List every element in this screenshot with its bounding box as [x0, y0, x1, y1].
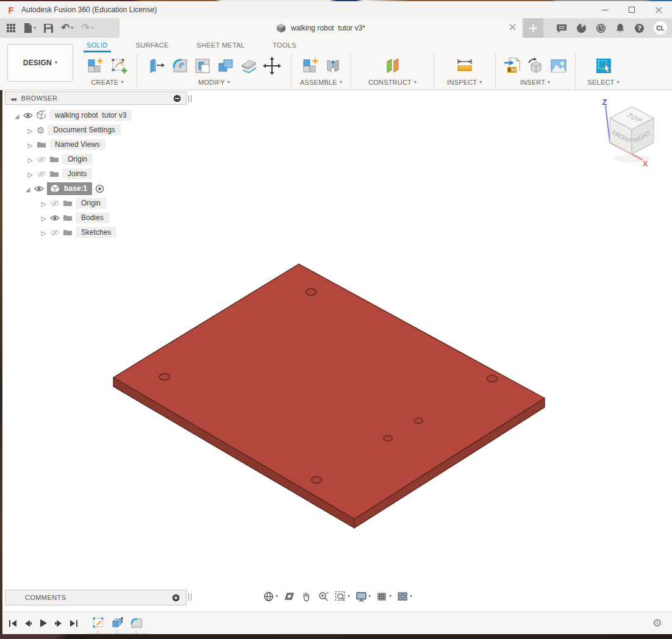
group-label-select[interactable]: SELECT [588, 79, 620, 86]
select-icon[interactable] [595, 57, 613, 75]
insert-canvas-icon[interactable] [549, 57, 568, 75]
ribbon-groups: CREATE [78, 54, 632, 89]
timeline-sketch-feature[interactable] [91, 616, 105, 630]
expand-toggle-icon[interactable] [24, 183, 31, 194]
offset-face-icon[interactable] [240, 57, 258, 75]
comments-bar[interactable]: COMMENTS [5, 590, 187, 605]
group-label-construct[interactable]: CONSTRUCT [368, 79, 416, 86]
measure-icon[interactable] [456, 57, 474, 75]
selected-component-chip[interactable]: base:1 [47, 182, 92, 195]
document-tab[interactable]: walking robot tutor v3* [120, 18, 522, 38]
joint-icon[interactable] [325, 57, 341, 75]
add-comment-icon[interactable] [172, 594, 180, 602]
expand-toggle-icon[interactable] [40, 198, 47, 209]
construct-plane-icon[interactable] [384, 57, 402, 75]
new-tab-button[interactable] [523, 18, 543, 38]
pan-button[interactable] [299, 591, 314, 602]
go-to-start-button[interactable] [9, 619, 17, 627]
save-button[interactable] [44, 24, 53, 33]
new-component-icon[interactable] [87, 57, 105, 75]
insert-mesh-icon[interactable] [526, 57, 545, 75]
notifications-bell-icon[interactable] [615, 23, 625, 34]
group-label-create[interactable]: CREATE [91, 79, 123, 86]
file-menu-button[interactable] [24, 23, 36, 33]
group-label-assemble[interactable]: ASSEMBLE [300, 79, 342, 86]
group-label-insert[interactable]: INSERT [520, 79, 551, 86]
tab-surface[interactable]: SURFACE [136, 38, 169, 52]
step-back-button[interactable] [24, 619, 32, 627]
display-settings-button[interactable] [354, 591, 373, 602]
tab-tools[interactable]: TOOLS [273, 38, 296, 52]
user-avatar[interactable]: CL [654, 21, 667, 35]
browser-item-base-component[interactable]: base:1 [5, 181, 187, 196]
viewport-canvas[interactable]: TOP FRONT RIGHT Z X BROWSER [0, 90, 672, 612]
workspace-selector[interactable]: DESIGN [7, 44, 73, 82]
panel-dock-handle[interactable] [188, 95, 191, 102]
browser-header[interactable]: BROWSER [5, 91, 187, 105]
browser-item-base-origin[interactable]: Origin [5, 196, 187, 210]
extensions-icon[interactable] [576, 23, 587, 34]
browser-item-named-views[interactable]: Named Views [5, 137, 187, 152]
browser-item-sketches[interactable]: Sketches [5, 225, 187, 240]
visibility-eye-off-icon[interactable] [37, 156, 46, 163]
x-axis-label: X [643, 160, 648, 168]
visibility-eye-off-icon[interactable] [50, 200, 60, 207]
viewcube[interactable]: TOP FRONT RIGHT Z X [595, 98, 666, 168]
activate-component-radio[interactable] [95, 184, 104, 193]
expand-toggle-icon[interactable] [13, 110, 20, 121]
browser-item-bodies[interactable]: Bodies [5, 210, 187, 225]
viewports-button[interactable] [395, 591, 414, 602]
help-icon[interactable]: ? [634, 23, 645, 34]
app-grid-icon[interactable] [6, 23, 16, 33]
grid-settings-button[interactable] [374, 591, 393, 602]
minimize-panel-icon[interactable] [173, 95, 181, 102]
step-forward-button[interactable] [54, 619, 63, 627]
job-status-clock-icon[interactable] [596, 23, 606, 34]
collaborate-comment-icon[interactable] [556, 23, 567, 34]
combine-icon[interactable] [216, 57, 235, 75]
expand-toggle-icon[interactable] [27, 154, 34, 165]
look-at-button[interactable] [282, 591, 297, 602]
visibility-eye-icon[interactable] [50, 215, 60, 221]
press-pull-icon[interactable] [147, 57, 165, 75]
visibility-eye-icon[interactable] [23, 112, 33, 119]
visibility-eye-off-icon[interactable] [37, 171, 46, 177]
maximize-button[interactable] [618, 1, 645, 18]
expand-toggle-icon[interactable] [27, 168, 34, 179]
tab-close-icon[interactable] [509, 24, 516, 30]
move-icon[interactable] [263, 57, 281, 75]
group-label-inspect[interactable]: INSPECT [447, 79, 482, 86]
browser-item-joints[interactable]: Joints [5, 166, 187, 181]
browser-item-root-component[interactable]: walking robot tutor v3 [5, 108, 187, 123]
collapse-panel-icon[interactable] [10, 95, 21, 102]
fillet-icon[interactable] [170, 57, 188, 75]
group-label-modify[interactable]: MODIFY [198, 79, 230, 86]
visibility-eye-icon[interactable] [34, 185, 44, 192]
expand-toggle-icon[interactable] [27, 139, 34, 150]
fit-button[interactable] [333, 591, 352, 602]
redo-button[interactable] [81, 23, 93, 34]
insert-svg-icon[interactable]: SVG [503, 57, 521, 75]
browser-item-document-settings[interactable]: ⚙ Document Settings [5, 123, 187, 137]
play-button[interactable] [39, 619, 48, 627]
shell-icon[interactable] [193, 57, 212, 75]
zoom-button[interactable] [316, 591, 331, 602]
assemble-new-component-icon[interactable] [302, 57, 320, 75]
expand-toggle-icon[interactable] [27, 124, 34, 135]
create-sketch-icon[interactable] [110, 57, 128, 75]
browser-item-origin[interactable]: Origin [5, 152, 187, 166]
go-to-end-button[interactable] [70, 619, 78, 627]
timeline-fillet-feature[interactable] [129, 616, 143, 630]
minimize-button[interactable] [592, 1, 618, 18]
panel-dock-handle[interactable] [188, 593, 191, 601]
tab-sheet-metal[interactable]: SHEET METAL [197, 38, 245, 52]
expand-toggle-icon[interactable] [40, 212, 47, 223]
close-button[interactable] [645, 1, 672, 18]
visibility-eye-off-icon[interactable] [50, 229, 60, 236]
tab-solid[interactable]: SOLID [87, 38, 108, 52]
timeline-settings-gear-icon[interactable] [652, 618, 672, 629]
orbit-button[interactable] [261, 591, 280, 602]
timeline-extrude-feature[interactable] [110, 616, 124, 630]
undo-button[interactable] [61, 23, 73, 34]
expand-toggle-icon[interactable] [40, 227, 47, 238]
